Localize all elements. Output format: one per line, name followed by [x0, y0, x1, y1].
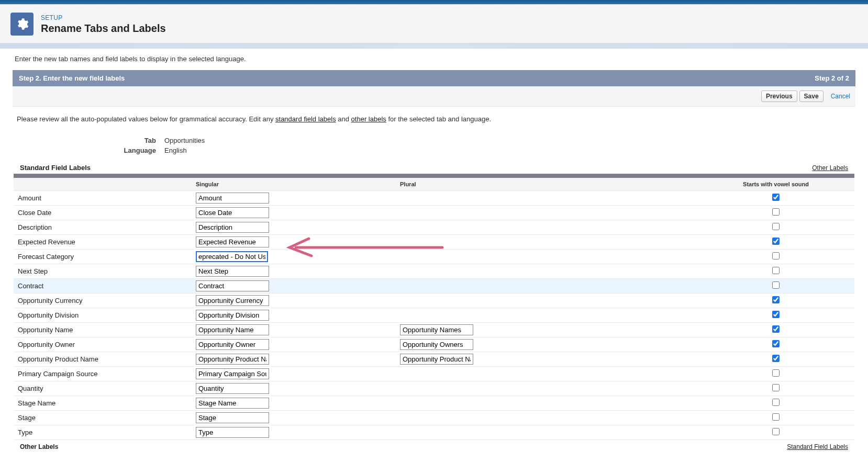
singular-input[interactable] [196, 207, 269, 218]
bottom-standard-labels-link[interactable]: Standard Field Labels [787, 443, 848, 450]
singular-input[interactable] [196, 383, 269, 394]
table-row: Opportunity Currency [14, 294, 854, 308]
singular-input[interactable] [196, 354, 269, 365]
vowel-checkbox[interactable] [772, 325, 780, 333]
vowel-checkbox[interactable] [772, 194, 780, 201]
singular-input[interactable] [196, 368, 269, 379]
vowel-checkbox[interactable] [772, 340, 780, 347]
section-header: Standard Field Labels Other Labels [13, 164, 855, 174]
background-decoration [0, 43, 868, 49]
vowel-checkbox[interactable] [772, 399, 780, 406]
meta-info: Tab Opportunities Language English [13, 136, 855, 155]
tab-value: Opportunities [164, 137, 205, 144]
previous-button[interactable]: Previous [761, 91, 797, 102]
header-eyebrow: SETUP [41, 14, 166, 21]
vowel-checkbox[interactable] [772, 296, 780, 303]
table-row: Opportunity Owner [14, 337, 854, 352]
cancel-link[interactable]: Cancel [831, 93, 850, 100]
field-label: Next Step [14, 264, 192, 279]
save-button[interactable]: Save [799, 91, 824, 102]
page-title: Rename Tabs and Labels [41, 22, 166, 35]
review-instructions: Please review all the auto-populated val… [13, 107, 855, 131]
singular-input[interactable] [196, 427, 269, 438]
col-field [14, 178, 192, 191]
top-border-decoration [0, 0, 868, 4]
plural-input[interactable] [400, 354, 473, 365]
field-label: Quantity [14, 381, 192, 396]
singular-input[interactable] [196, 193, 269, 204]
bottom-section-header: Other Labels Standard Field Labels [13, 440, 855, 450]
table-row: Opportunity Division [14, 308, 854, 323]
vowel-checkbox[interactable] [772, 281, 780, 289]
table-row: Close Date [14, 206, 854, 220]
step-indicator: Step 2 of 2 [815, 74, 849, 82]
singular-input[interactable] [196, 266, 269, 277]
table-row: Opportunity Name [14, 323, 854, 337]
table-row: Expected Revenue [14, 235, 854, 250]
field-label: Description [14, 220, 192, 235]
vowel-checkbox[interactable] [772, 223, 780, 230]
field-label: Opportunity Currency [14, 294, 192, 308]
vowel-checkbox[interactable] [772, 428, 780, 435]
singular-input[interactable] [196, 222, 269, 233]
vowel-checkbox[interactable] [772, 355, 780, 362]
singular-input[interactable] [196, 398, 269, 409]
plural-input[interactable] [400, 339, 473, 350]
field-label: Opportunity Product Name [14, 352, 192, 367]
singular-input[interactable] [196, 280, 269, 291]
table-row: Stage [14, 411, 854, 425]
table-row: Quantity [14, 381, 854, 396]
singular-input[interactable] [196, 310, 269, 321]
header-decoration [0, 4, 868, 5]
singular-input[interactable] [196, 295, 269, 306]
col-plural: Plural [396, 178, 697, 191]
table-row: Description [14, 220, 854, 235]
singular-input[interactable] [196, 324, 269, 335]
field-label: Expected Revenue [14, 235, 192, 250]
field-label: Stage [14, 411, 192, 425]
other-labels-anchor[interactable]: Other Labels [812, 164, 848, 172]
vowel-checkbox[interactable] [772, 208, 780, 216]
section-title: Standard Field Labels [20, 164, 91, 172]
field-label: Opportunity Owner [14, 337, 192, 352]
singular-input[interactable] [196, 236, 269, 247]
vowel-checkbox[interactable] [772, 238, 780, 245]
table-row: Contract [14, 279, 854, 294]
col-vowel: Starts with vowel sound [697, 178, 854, 191]
vowel-checkbox[interactable] [772, 252, 780, 259]
other-labels-link[interactable]: other labels [351, 115, 386, 123]
standard-field-labels-link[interactable]: standard field labels [275, 115, 336, 123]
table-row: Next Step [14, 264, 854, 279]
step-title: Step 2. Enter the new field labels [19, 74, 125, 82]
vowel-checkbox[interactable] [772, 413, 780, 421]
intro-text: Enter the new tab names and field labels… [13, 55, 855, 63]
table-row: Stage Name [14, 396, 854, 411]
section-divider [14, 174, 854, 178]
table-row: Forecast Category [14, 250, 854, 264]
action-button-bar: Previous Save Cancel [13, 86, 855, 107]
review-text-after: for the selected tab and language. [386, 115, 491, 123]
setup-gear-icon [10, 13, 34, 36]
field-label: Primary Campaign Source [14, 367, 192, 381]
tab-label: Tab [13, 137, 164, 144]
field-label: Close Date [14, 206, 192, 220]
review-text-mid: and [336, 115, 351, 123]
singular-input[interactable] [196, 339, 269, 350]
table-row: Primary Campaign Source [14, 367, 854, 381]
step-header-bar: Step 2. Enter the new field labels Step … [13, 70, 855, 86]
field-label: Type [14, 425, 192, 440]
field-label: Stage Name [14, 396, 192, 411]
singular-input[interactable] [196, 251, 268, 262]
page-header: SETUP Rename Tabs and Labels [0, 4, 868, 43]
table-row: Amount [14, 191, 854, 206]
vowel-checkbox[interactable] [772, 267, 780, 274]
plural-input[interactable] [400, 324, 473, 335]
field-label: Opportunity Name [14, 323, 192, 337]
bottom-other-labels: Other Labels [20, 443, 58, 450]
table-row: Type [14, 425, 854, 440]
singular-input[interactable] [196, 412, 269, 423]
vowel-checkbox[interactable] [772, 311, 780, 318]
vowel-checkbox[interactable] [772, 384, 780, 391]
col-singular: Singular [192, 178, 396, 191]
vowel-checkbox[interactable] [772, 369, 780, 377]
